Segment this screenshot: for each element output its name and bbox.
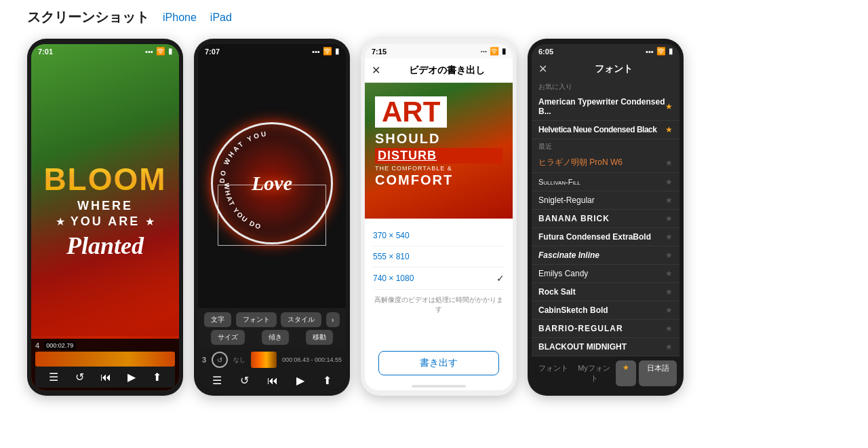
- screenshots-row: 7:01 ▪▪▪ 🛜 ▮ BLOOM WHERE: [27, 39, 841, 396]
- phone1-status-icons: ▪▪▪ 🛜 ▮: [145, 47, 172, 56]
- phone-frame-1: 7:01 ▪▪▪ 🛜 ▮ BLOOM WHERE: [27, 39, 183, 396]
- rewind-icon[interactable]: ⏮: [100, 371, 111, 384]
- phone-frame-3: 7:15 ··· 🛜 ▮ ✕ ビデオの書き出し: [361, 39, 517, 396]
- font-item-helvetica[interactable]: Helvetica Neue Condensed Black ★: [532, 121, 679, 139]
- love-center: Love: [252, 172, 292, 195]
- font-star-cabin[interactable]: ★: [665, 305, 673, 315]
- font-item-sniglet[interactable]: Sniglet-Regular ★: [532, 191, 679, 210]
- phone2-status-icons: ▪▪▪ 🛜 ▮: [312, 47, 339, 56]
- play-icon-2[interactable]: ▶: [296, 374, 304, 387]
- btn-font[interactable]: フォント: [236, 312, 277, 327]
- export-note: 高解像度のビデオは処理に時間がかかります: [373, 295, 505, 314]
- export-options: 370 × 540 555 × 810 740 × 1080 ✓ 高解像度のビデ…: [365, 219, 513, 344]
- bloom-planted: Planted: [66, 231, 144, 260]
- export-preview: ART SHOULD DISTURB THE COMFORTABLE & COM…: [365, 83, 513, 219]
- font-star-rock[interactable]: ★: [665, 287, 673, 297]
- bloom-strip: [35, 352, 175, 367]
- undo-icon[interactable]: ↺: [75, 371, 84, 384]
- menu-icon-2[interactable]: ☰: [212, 374, 222, 387]
- font-item-barrio[interactable]: BARRIO-REGULAR ★: [532, 320, 679, 338]
- btn-size[interactable]: サイズ: [211, 330, 245, 345]
- font-item-fascinate[interactable]: Fascinate Inline ★: [532, 246, 679, 265]
- phone4-time: 6:05: [538, 48, 553, 56]
- font-star-emilys[interactable]: ★: [665, 269, 673, 278]
- font-star-american[interactable]: ★: [665, 102, 673, 111]
- export-modal-title: ビデオの書き出し: [388, 64, 506, 77]
- undo-icon-2[interactable]: ↺: [240, 374, 249, 387]
- play-icon[interactable]: ▶: [127, 371, 136, 384]
- love-toolbar: 文字 フォント スタイル › サイズ 傾き 移動: [198, 308, 346, 349]
- font-item-rock[interactable]: Rock Salt ★: [532, 283, 679, 301]
- font-name-american: American Typewriter Condensed B...: [538, 97, 665, 116]
- bloom-content: BLOOM WHERE ★ YOU ARE ★ Planted: [31, 44, 179, 339]
- font-tab-japanese[interactable]: 日本語: [639, 360, 677, 386]
- font-name-sullivan: Sullivan-Fill: [538, 178, 665, 186]
- export-option-1[interactable]: 370 × 540: [373, 225, 505, 246]
- font-item-hiragino[interactable]: ヒラギノ明朝 ProN W6 ★: [532, 153, 679, 173]
- export-option-3[interactable]: 740 × 1080 ✓: [373, 267, 505, 290]
- love-bottom: 3 ↺ なし 000:06.43 - 000:14.55: [198, 349, 346, 371]
- btn-more[interactable]: ›: [326, 312, 340, 327]
- font-list: お気に入り American Typewriter Condensed B...…: [532, 79, 679, 356]
- font-item-emilys[interactable]: Emilys Candy ★: [532, 265, 679, 283]
- font-name-emilys: Emilys Candy: [538, 269, 665, 278]
- font-name-helvetica: Helvetica Neue Condensed Black: [538, 125, 665, 134]
- font-item-american[interactable]: American Typewriter Condensed B... ★: [532, 93, 679, 121]
- btn-tilt[interactable]: 傾き: [262, 330, 289, 345]
- font-item-sullivan[interactable]: Sullivan-Fill ★: [532, 173, 679, 191]
- love-toolbar-row1: 文字 フォント スタイル ›: [202, 312, 342, 327]
- love-canvas: DO WHAT YOU WHAT YOU DO Love: [198, 58, 346, 308]
- font-star-fascinate[interactable]: ★: [665, 250, 673, 260]
- btn-moji[interactable]: 文字: [204, 312, 231, 327]
- comfort-main: COMFORT: [375, 172, 502, 188]
- phone3-status-icons: ··· 🛜 ▮: [481, 47, 506, 56]
- font-name-fascinate: Fascinate Inline: [538, 250, 665, 260]
- should-text: SHOULD: [375, 131, 502, 147]
- font-tab-myfonts[interactable]: Myフォント: [575, 360, 613, 386]
- font-star-helvetica[interactable]: ★: [665, 125, 673, 134]
- font-section-recent: 最近: [532, 139, 679, 153]
- tab-ipad[interactable]: iPad: [210, 12, 232, 24]
- btn-style[interactable]: スタイル: [281, 312, 321, 327]
- phone-screen-4: 6:05 ▪▪▪ 🛜 ▮ ✕ フォント お気に入り: [532, 44, 679, 390]
- phone-screen-2: 7:07 ▪▪▪ 🛜 ▮: [198, 44, 346, 390]
- font-star-banana[interactable]: ★: [665, 214, 673, 223]
- phone-frame-4: 6:05 ▪▪▪ 🛜 ▮ ✕ フォント お気に入り: [528, 39, 684, 396]
- font-section-favorite: お気に入り: [532, 79, 679, 93]
- font-item-blackout[interactable]: BLACKOUT MIDNIGHT ★: [532, 338, 679, 356]
- export-close-btn[interactable]: ✕: [372, 64, 388, 77]
- phone1-time: 7:01: [38, 48, 53, 56]
- menu-icon[interactable]: ☰: [49, 371, 58, 384]
- none-label: なし: [233, 356, 245, 365]
- font-tab-fonts[interactable]: フォント: [534, 360, 572, 386]
- phone2-time: 7:07: [205, 48, 220, 56]
- share-icon[interactable]: ⬆: [153, 371, 161, 384]
- love-timeline-strip: [251, 352, 277, 368]
- font-item-futura[interactable]: Futura Condensed ExtraBold ★: [532, 228, 679, 246]
- font-tab-star[interactable]: ★: [616, 360, 636, 386]
- font-star-futura[interactable]: ★: [665, 232, 673, 242]
- bloom-stars: ★ YOU ARE ★: [56, 214, 155, 229]
- font-close-btn[interactable]: ✕: [538, 62, 555, 75]
- font-star-barrio[interactable]: ★: [665, 324, 673, 333]
- font-name-rock: Rock Salt: [538, 287, 665, 297]
- page-title: スクリーンショット: [27, 8, 149, 26]
- font-name-barrio: BARRIO-REGULAR: [538, 324, 665, 333]
- export-option-2[interactable]: 555 × 810: [373, 246, 505, 267]
- loop-icon[interactable]: ↺: [212, 352, 228, 368]
- rewind-icon-2[interactable]: ⏮: [267, 375, 278, 387]
- export-button[interactable]: 書き出す: [378, 351, 499, 375]
- font-star-sniglet[interactable]: ★: [665, 195, 673, 205]
- font-item-banana[interactable]: BANANA BRICK ★: [532, 210, 679, 228]
- share-icon-2[interactable]: ⬆: [323, 374, 332, 387]
- tab-iphone[interactable]: iPhone: [163, 12, 197, 24]
- phone3-time: 7:15: [372, 48, 387, 56]
- header: スクリーンショット iPhone iPad: [27, 8, 841, 26]
- font-star-hiragino[interactable]: ★: [665, 158, 673, 168]
- font-star-sullivan[interactable]: ★: [665, 177, 673, 187]
- bloom-timeline-label: 000:02.79: [43, 341, 76, 350]
- font-star-blackout[interactable]: ★: [665, 342, 673, 352]
- font-item-cabin[interactable]: CabinSketch Bold ★: [532, 301, 679, 320]
- btn-move[interactable]: 移動: [306, 330, 333, 345]
- bloom-text: BLOOM: [43, 164, 166, 195]
